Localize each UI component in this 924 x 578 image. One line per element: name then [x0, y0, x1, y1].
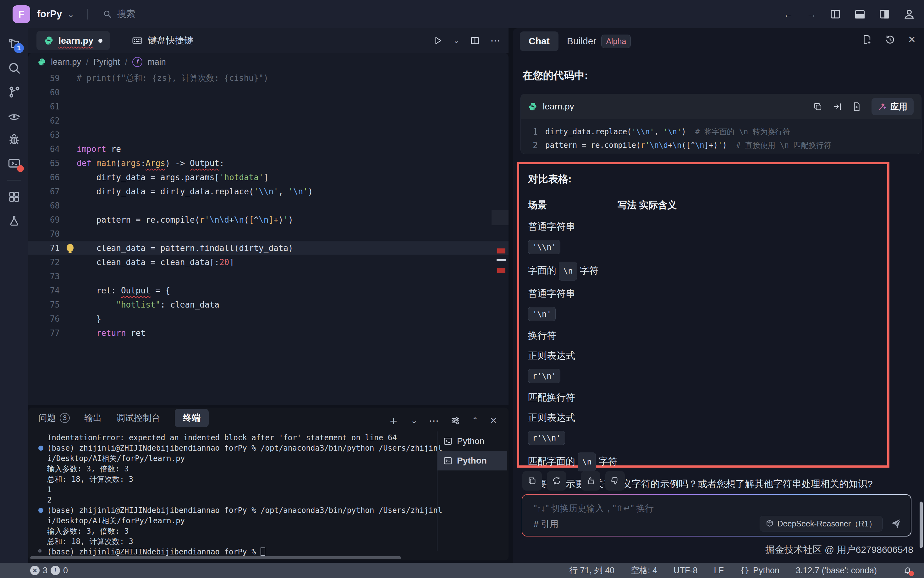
- terminal-output[interactable]: IndentationError: expected an indented b…: [38, 433, 444, 557]
- thumbs-down-icon[interactable]: [605, 471, 625, 490]
- reference-button[interactable]: # 引用: [534, 518, 558, 530]
- breadcrumb[interactable]: learn.py / Pyright / f main: [28, 53, 508, 71]
- language-mode[interactable]: {} Python: [740, 566, 780, 575]
- lightbulb-icon[interactable]: [66, 244, 74, 251]
- history-icon[interactable]: [885, 34, 895, 45]
- code-line[interactable]: 62: [28, 114, 508, 128]
- code-chip: '\n': [528, 307, 556, 321]
- tab-chat[interactable]: Chat: [520, 31, 558, 51]
- run-button[interactable]: [433, 36, 442, 45]
- tab-debug-console[interactable]: 调试控制台: [116, 412, 160, 424]
- split-editor-icon[interactable]: [470, 36, 480, 45]
- new-file-icon[interactable]: [852, 102, 861, 111]
- code-line[interactable]: 76 }: [28, 312, 508, 326]
- code-line[interactable]: 63: [28, 128, 508, 142]
- tab-output[interactable]: 输出: [84, 412, 102, 424]
- code-lines[interactable]: 59# print(f"总和: {zs}, 计算次数: {cishu}")606…: [28, 71, 508, 340]
- close-panel-icon[interactable]: ✕: [490, 416, 497, 426]
- notifications-bell-icon[interactable]: [903, 565, 913, 575]
- code-line[interactable]: 71 clean_data = pattern.findall(dirty_da…: [28, 241, 508, 255]
- table-row: 匹配字面的 \n 字符: [528, 453, 880, 471]
- maximize-panel-icon[interactable]: ⌃: [472, 416, 479, 425]
- cursor-position[interactable]: 行 71, 列 40: [569, 565, 615, 576]
- column-meaning: 写法 实际含义: [618, 200, 676, 210]
- run-dropdown-icon[interactable]: ⌄: [453, 36, 460, 45]
- code-line[interactable]: 69 pattern = re.compile(r'\n\d+\n([^\n]+…: [28, 213, 508, 227]
- code-line[interactable]: 66 dirty_data = args.params['hotdata']: [28, 170, 508, 184]
- code-line[interactable]: 73: [28, 269, 508, 283]
- line-number: 68: [28, 201, 60, 210]
- layout-sidebar-left-icon[interactable]: [830, 8, 841, 20]
- code-line[interactable]: 72 clean_data = clean_data[:20]: [28, 255, 508, 269]
- code-line[interactable]: 75 "hotlist": clean_data: [28, 297, 508, 312]
- chat-input[interactable]: "↑↓" 切换历史输入，"⇧↵" 换行 # 引用 DeepSeek-Reason…: [522, 495, 911, 536]
- forward-icon[interactable]: →: [806, 8, 817, 20]
- chat-code-lines[interactable]: 1dirty_data.replace('\\n', '\n') # 将字面的 …: [521, 119, 921, 152]
- line-number: 62: [28, 116, 60, 125]
- debug-icon[interactable]: [7, 132, 21, 147]
- preview-eye-icon[interactable]: [7, 109, 21, 123]
- terminal-session-item[interactable]: Python: [437, 451, 507, 471]
- more-actions-icon[interactable]: ⋯: [490, 34, 500, 47]
- tab-learn-py[interactable]: learn.py: [36, 31, 110, 50]
- search-sidebar-icon[interactable]: [7, 61, 21, 75]
- eol-sequence[interactable]: LF: [714, 566, 724, 575]
- terminal-session-item[interactable]: Python: [437, 432, 507, 451]
- code-line[interactable]: 65def main(args:Args) -> Output:: [28, 156, 508, 170]
- tab-terminal[interactable]: 终端: [175, 409, 209, 427]
- python-interpreter[interactable]: 3.12.7 ('base': conda): [796, 566, 877, 575]
- code-line[interactable]: 60: [28, 85, 508, 99]
- global-search[interactable]: 搜索: [103, 8, 136, 20]
- tab-problems[interactable]: 问题 3: [38, 412, 70, 424]
- code-line[interactable]: 68: [28, 198, 508, 213]
- workspace-avatar[interactable]: F: [13, 5, 30, 23]
- horizontal-scrollbar[interactable]: [30, 556, 401, 559]
- back-icon[interactable]: ←: [783, 8, 793, 20]
- breadcrumb-file[interactable]: learn.py: [51, 57, 81, 67]
- layout-panel-bottom-icon[interactable]: [854, 8, 866, 20]
- apply-button[interactable]: 应用: [872, 98, 914, 115]
- explorer-icon[interactable]: 1: [7, 37, 21, 51]
- more-icon[interactable]: ⋯: [429, 415, 439, 427]
- layout-sidebar-right-icon[interactable]: [879, 8, 890, 20]
- chat-code-line: 2pattern = re.compile(r'\n\d+\n([^\n]+)'…: [521, 138, 921, 152]
- breadcrumb-symbol[interactable]: main: [147, 57, 166, 67]
- scrollbar-thumb[interactable]: [492, 210, 508, 225]
- code-line[interactable]: 74 ret: Output = {: [28, 283, 508, 297]
- extensions-icon[interactable]: [7, 190, 21, 204]
- tab-builder[interactable]: Builder Alpha: [567, 31, 631, 51]
- line-number: 67: [28, 187, 60, 196]
- problems-status[interactable]: ✕ 3 ! 0: [30, 566, 68, 575]
- new-chat-icon[interactable]: [861, 34, 872, 45]
- terminal-dropdown-icon[interactable]: ⌄: [411, 416, 417, 425]
- account-icon[interactable]: [903, 8, 915, 20]
- test-flask-icon[interactable]: [7, 214, 21, 228]
- code-line[interactable]: 59# print(f"总和: {zs}, 计算次数: {cishu}"): [28, 71, 508, 85]
- send-icon[interactable]: [890, 518, 902, 529]
- copy-message-icon[interactable]: [522, 471, 542, 490]
- breadcrumb-lang[interactable]: Pyright: [94, 57, 120, 67]
- filter-icon[interactable]: [450, 416, 460, 426]
- thumbs-up-icon[interactable]: [581, 471, 600, 490]
- chat-header: Chat Builder Alpha ✕: [513, 28, 924, 54]
- remote-terminal-icon[interactable]: [7, 156, 21, 171]
- code-line[interactable]: 77 return ret: [28, 326, 508, 340]
- insert-code-icon[interactable]: [833, 102, 842, 111]
- encoding[interactable]: UTF-8: [673, 566, 698, 575]
- chat-scrollbar[interactable]: [919, 502, 923, 548]
- close-chat-icon[interactable]: ✕: [908, 34, 916, 45]
- code-line[interactable]: 61: [28, 99, 508, 114]
- tab-keyboard-shortcuts[interactable]: 键盘快捷键: [132, 31, 193, 50]
- code-line[interactable]: 67 dirty_data = dirty_data.replace('\\n'…: [28, 184, 508, 198]
- model-selector[interactable]: DeepSeek-Reasoner（R1）: [760, 516, 882, 531]
- source-control-icon[interactable]: [7, 84, 21, 99]
- regenerate-icon[interactable]: [547, 471, 566, 490]
- terminal-bullet-icon: [38, 446, 44, 451]
- code-line[interactable]: 64import re: [28, 142, 508, 156]
- project-name[interactable]: forPy: [37, 8, 62, 20]
- copy-icon[interactable]: [813, 102, 822, 111]
- code-line[interactable]: 70: [28, 227, 508, 241]
- chevron-down-icon[interactable]: ⌄: [67, 9, 74, 19]
- new-terminal-icon[interactable]: ＋: [387, 412, 400, 429]
- indentation[interactable]: 空格: 4: [631, 565, 657, 576]
